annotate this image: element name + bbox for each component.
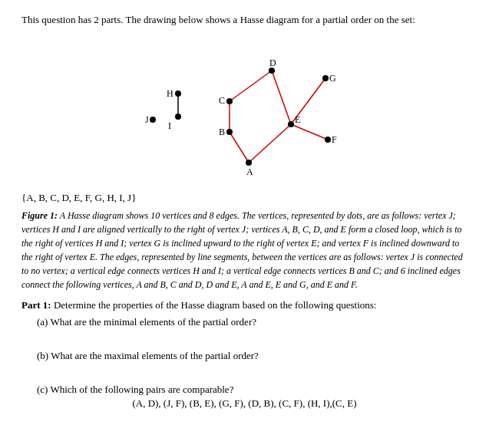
label-H: H xyxy=(167,88,173,99)
figure-caption: Figure 1: A Hasse diagram shows 10 verti… xyxy=(21,209,468,292)
vertex-I xyxy=(175,114,181,120)
pairs-line: (A, D), (J, F), (B, E), (G, F), (D, B), … xyxy=(21,397,468,410)
part-bold: Part 1: xyxy=(21,299,51,311)
question-block-a: (a) What are the minimal elements of the… xyxy=(21,316,468,328)
vertex-B xyxy=(226,129,233,135)
svg-line-3 xyxy=(230,71,272,101)
question-b: (b) What are the maximal elements of the… xyxy=(37,350,468,362)
diagram-area: J H I C D G E B F A xyxy=(21,34,468,187)
set-label: {A, B, C, D, E, F, G, H, I, J} xyxy=(21,192,468,204)
part-heading: Part 1: Determine the properties of the … xyxy=(21,299,468,311)
label-C: C xyxy=(219,95,225,106)
label-I: I xyxy=(168,120,171,131)
vertex-A xyxy=(246,160,252,166)
label-D: D xyxy=(269,58,276,68)
label-J: J xyxy=(145,114,149,125)
label-G: G xyxy=(329,73,336,84)
question-block-c: (c) Which of the following pairs are com… xyxy=(21,384,468,410)
vertex-D xyxy=(269,68,275,74)
svg-line-0 xyxy=(230,132,249,163)
question-c: (c) Which of the following pairs are com… xyxy=(37,384,468,396)
vertex-F xyxy=(325,137,331,143)
vertex-C xyxy=(226,98,233,104)
svg-line-6 xyxy=(291,124,328,140)
label-F: F xyxy=(332,134,337,145)
intro-text: This question has 2 parts. The drawing b… xyxy=(21,14,468,26)
part1-intro: Determine the properties of the Hasse di… xyxy=(51,299,377,311)
hasse-diagram: J H I C D G E B F A xyxy=(122,34,368,187)
vertex-J xyxy=(150,117,156,123)
svg-line-1 xyxy=(249,124,291,163)
vertex-E xyxy=(288,121,294,127)
figure-label: Figure 1: xyxy=(21,210,58,221)
label-B: B xyxy=(219,127,225,137)
figure-text: A Hasse diagram shows 10 vertices and 8 … xyxy=(21,210,463,290)
question-block-b: (b) What are the maximal elements of the… xyxy=(21,350,468,362)
svg-line-4 xyxy=(272,71,291,124)
question-a: (a) What are the minimal elements of the… xyxy=(37,316,468,328)
vertex-H xyxy=(175,91,181,97)
label-E: E xyxy=(295,114,300,125)
label-A: A xyxy=(246,166,253,177)
vertex-G xyxy=(322,75,329,81)
